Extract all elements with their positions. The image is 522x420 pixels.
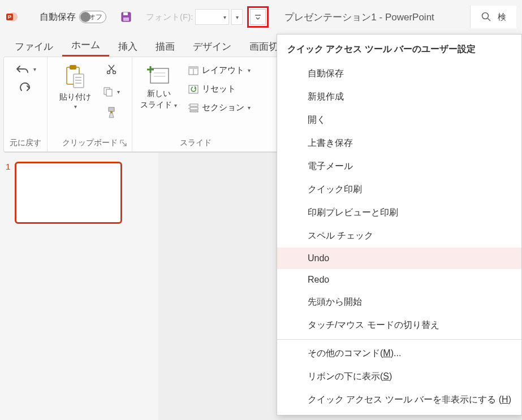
qat-menu-header: クイック アクセス ツール バーのユーザー設定: [277, 34, 521, 62]
chevron-down-icon: ▾: [33, 66, 36, 72]
reset-icon: [188, 85, 199, 94]
menu-divider: [277, 339, 521, 340]
menu-item-save[interactable]: 上書き保存: [277, 132, 521, 155]
cut-button[interactable]: [106, 64, 117, 77]
section-icon: [188, 103, 199, 112]
menu-text: その他のコマンド(: [308, 348, 383, 358]
svg-rect-10: [70, 65, 76, 70]
menu-item-touchmouse[interactable]: タッチ/マウス モードの切り替え: [277, 314, 521, 337]
svg-rect-32: [190, 104, 198, 106]
svg-rect-5: [123, 18, 129, 21]
svg-line-17: [109, 65, 114, 71]
undo-icon: [15, 63, 30, 75]
svg-rect-33: [190, 107, 198, 110]
menu-text: ): [389, 371, 392, 381]
title-bar: P 自動保存 オフ フォント(F): ▾ ▾ プレゼンテーション1 - Powe…: [0, 0, 522, 34]
chevron-down-icon: ▾: [248, 67, 251, 73]
toggle-knob-icon: [80, 12, 90, 22]
menu-text: リボンの下に表示(: [308, 371, 383, 381]
qat-customize-highlight: [247, 6, 269, 28]
menu-item-open[interactable]: 開く: [277, 109, 521, 132]
tab-home[interactable]: ホーム: [62, 35, 109, 57]
new-slide-label-2: スライド: [140, 100, 172, 110]
menu-item-autosave[interactable]: 自動保存: [277, 62, 521, 85]
ribbon-group-slides: 新しい スライド▾ レイアウト ▾ リセット セクション ▾: [132, 57, 258, 151]
font-name-combo[interactable]: ▾: [195, 9, 229, 25]
layout-button[interactable]: レイアウト ▾: [186, 64, 253, 77]
redo-button[interactable]: [16, 81, 34, 96]
menu-hotkey: M: [383, 348, 390, 358]
autosave-state: オフ: [89, 12, 102, 22]
redo-icon: [19, 82, 32, 94]
undo-group-label: 元に戻す: [10, 136, 41, 150]
svg-rect-11: [74, 74, 84, 88]
menu-item-spellcheck[interactable]: スペル チェック: [277, 224, 521, 248]
menu-item-showbelow[interactable]: リボンの下に表示(S): [277, 365, 521, 388]
menu-item-hideqat[interactable]: クイック アクセス ツール バーを非表示にする (H): [277, 388, 521, 412]
autosave-toggle[interactable]: オフ: [79, 11, 106, 23]
svg-rect-20: [106, 89, 112, 96]
menu-item-startshow[interactable]: 先頭から開始: [277, 291, 521, 314]
section-label: セクション: [202, 102, 244, 113]
menu-item-email[interactable]: 電子メール: [277, 155, 521, 178]
chevron-down-icon: ▾: [236, 14, 239, 20]
paste-label: 貼り付け: [59, 92, 91, 102]
new-slide-button[interactable]: 新しい スライド▾: [138, 62, 179, 112]
chevron-down-icon: ▾: [223, 14, 226, 20]
search-placeholder: 検: [498, 12, 506, 23]
copy-icon: [102, 86, 114, 97]
tab-insert[interactable]: 挿入: [109, 37, 146, 57]
svg-rect-29: [189, 67, 198, 69]
copy-button[interactable]: ▾: [100, 85, 122, 98]
svg-rect-23: [150, 68, 169, 83]
font-size-combo[interactable]: ▾: [231, 9, 243, 25]
tab-draw[interactable]: 描画: [146, 37, 184, 57]
ribbon-group-undo: ▾ 元に戻す: [4, 57, 48, 151]
menu-item-morecommands[interactable]: その他のコマンド(M)...: [277, 342, 521, 365]
chevron-down-icon: ▾: [174, 102, 177, 109]
autosave-label: 自動保存: [40, 11, 76, 23]
ribbon-group-clipboard: 貼り付け ▾ ▾ クリップボード: [48, 57, 132, 151]
document-title: プレゼンテーション1 - PowerPoint: [284, 11, 434, 24]
chevron-down-icon: ▾: [117, 89, 120, 95]
paste-icon: [63, 64, 87, 91]
menu-item-undo[interactable]: Undo: [277, 248, 521, 269]
thumbnail-number: 1: [6, 162, 10, 411]
powerpoint-icon: P: [6, 11, 18, 23]
font-selector-area: フォント(F): ▾ ▾: [146, 9, 243, 25]
qat-customize-button[interactable]: [250, 9, 266, 25]
svg-line-8: [488, 19, 491, 21]
save-button[interactable]: [117, 7, 136, 27]
reset-label: リセット: [202, 84, 236, 94]
reset-button[interactable]: リセット: [186, 83, 238, 96]
paste-button[interactable]: 貼り付け ▾: [57, 62, 93, 112]
format-painter-icon: [106, 106, 117, 119]
qat-customize-menu: クイック アクセス ツール バーのユーザー設定 自動保存 新規作成 開く 上書き…: [277, 34, 522, 415]
section-button[interactable]: セクション ▾: [186, 101, 253, 114]
svg-line-18: [109, 65, 114, 71]
menu-item-printpreview[interactable]: 印刷プレビューと印刷: [277, 201, 521, 224]
svg-text:P: P: [8, 14, 11, 20]
menu-item-quickprint[interactable]: クイック印刷: [277, 178, 521, 201]
chevron-down-icon: ▾: [248, 105, 251, 111]
save-icon: [120, 11, 132, 23]
menu-text: クイック アクセス ツール バーを非表示にする (: [308, 395, 502, 404]
menu-item-redo[interactable]: Redo: [277, 269, 521, 291]
undo-button[interactable]: ▾: [13, 62, 38, 76]
menu-item-new[interactable]: 新規作成: [277, 85, 521, 109]
chevron-down-icon: ▾: [74, 103, 77, 110]
menu-text: )...: [391, 348, 402, 358]
tab-design[interactable]: デザイン: [184, 37, 240, 57]
clipboard-group-label: クリップボード: [62, 136, 118, 150]
svg-rect-21: [109, 107, 114, 111]
slide-thumbnail-1[interactable]: [15, 162, 122, 224]
menu-hotkey: S: [383, 371, 389, 381]
thumbnail-panel: 1: [0, 153, 158, 420]
svg-rect-31: [189, 85, 198, 93]
format-painter-button[interactable]: [106, 106, 117, 120]
search-box[interactable]: 検: [470, 6, 516, 28]
cut-icon: [106, 64, 117, 75]
clipboard-dialog-launcher[interactable]: [119, 139, 128, 148]
layout-icon: [188, 66, 199, 75]
tab-file[interactable]: ファイル: [6, 37, 62, 57]
